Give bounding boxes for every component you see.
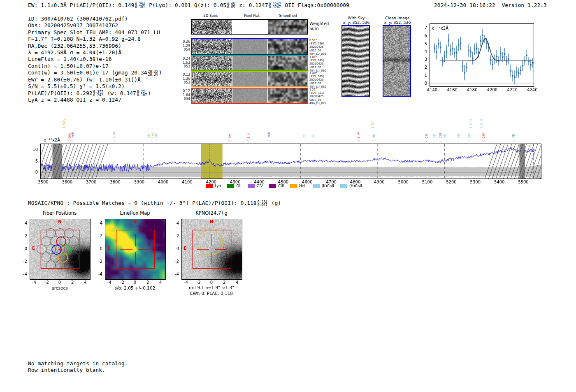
- fiber-positions-ytick-label: -4: [19, 272, 27, 276]
- spec2d-column-title: Smoothed: [272, 14, 304, 18]
- text-segment: Cont(w) = 3.50(±0.01)e-17 (gmag 20.34: [28, 70, 147, 76]
- lineflux-map-ytick-label: 2: [94, 234, 102, 238]
- info-line: ID: 3007410762 (3007410762.pdf): [28, 16, 162, 22]
- text-segment: LineFlux = 1.40(±0.38)e-16: [28, 56, 112, 62]
- spec2d-column-title: Pixel Flat: [235, 14, 268, 18]
- label-line: (353, 545): [309, 59, 326, 62]
- kpno-photometry-label: m:19.1 re:1.9" s:1.3": [181, 285, 242, 290]
- lower-bound: 0.101: [135, 6, 145, 9]
- text-segment: P(Lyα): 0.001 Q(z): 0.05: [146, 2, 226, 8]
- lineflux-map-north-label: N: [133, 220, 137, 224]
- linefit-ytick-label: 7: [420, 26, 427, 30]
- emission-line-label: { CIV: [482, 133, 485, 142]
- emission-line-label: { Hγ: [372, 134, 376, 142]
- lineflux-map-ytick-label: -2: [94, 259, 102, 264]
- text-segment: EWr = 2.80(±0.76) (w: 1.10(±0.31))Å: [28, 77, 141, 83]
- text-segment: LyA z = 2.4488 OII z = 0.1247: [28, 97, 121, 103]
- flux-units-label: x2Å: [52, 138, 60, 142]
- info-line: P(LAE)/P(OII): 0.2920.3770.242 (w: 0.147…: [28, 90, 162, 97]
- fiber-positions-xtick-label: 2: [67, 280, 77, 285]
- kpno-image-north-label: N: [210, 220, 213, 224]
- lineflux-map-canvas: [105, 219, 165, 279]
- fiber-positions-canvas: [30, 219, 90, 279]
- text-segment: EW: 1.1±0.3Å P(LAE)/P(OII): 0.149: [28, 2, 134, 8]
- flux-units-exponent: −17: [46, 137, 52, 141]
- emission-line-label: { Hβ: [512, 134, 515, 142]
- spectrum-xtick-label: 5400: [491, 180, 508, 184]
- label-line: 1.29: [175, 44, 190, 48]
- legend-item: CIII: [269, 184, 284, 188]
- text-segment: z: 0.1247: [236, 2, 268, 8]
- emission-line-label: { OIII: [469, 119, 472, 128]
- spec2d-smoothed-image: [268, 88, 307, 103]
- spec2d-fiber-weight-label: 0.241.63053: [175, 57, 190, 69]
- spec2d-fiber-id-label: WeightedSum: [309, 21, 329, 31]
- legend-swatch: [269, 184, 276, 188]
- spectrum-xtick-label: 3800: [107, 180, 123, 184]
- info-line: LineFlux = 1.40(±0.38)e-16: [28, 56, 162, 63]
- legend-item: OII: [227, 184, 241, 188]
- label-line: 034: [175, 97, 190, 101]
- spectrum-xtick-label: 3500: [35, 180, 51, 184]
- spectrum-line-legend: LyαOIICIVCIIIHeII(K)CaII(H)CaII: [206, 184, 362, 188]
- label-line: Weighted: [309, 21, 329, 26]
- label-line: 404_LU_059: [309, 52, 326, 56]
- emission-line-label: { HeII: [267, 132, 271, 142]
- fiber-positions-north-label: N: [58, 220, 61, 224]
- stacked-uncertainty: 20.3520.34: [148, 70, 158, 77]
- stacked-uncertainty: 0.220.107: [137, 90, 147, 97]
- text-segment: Obs: 20200425v017_3007410762: [28, 22, 118, 28]
- label-line: v017_03: [309, 82, 326, 85]
- label-line: 1.36: [175, 77, 190, 81]
- info-line: Primary Spec_Slot_IFU_AMP: 404_073_071_L…: [28, 29, 162, 36]
- info-line: λ = 4192.58Å σ = 4.04(±1.20)Å: [28, 49, 162, 56]
- info-line: RA,Dec (232.064255,53.736996): [28, 43, 162, 49]
- kpno-image-plot-area: [181, 219, 242, 280]
- label-line: 0.26: [175, 40, 190, 44]
- lineflux-map-xtick-label: -2: [117, 280, 127, 285]
- spec2d-column-title: 2D Spec: [194, 14, 227, 18]
- spectrum-xtick-label: 4000: [155, 180, 172, 184]
- spec2d-row: [191, 19, 308, 35]
- lineflux-map-ytick-label: 0: [94, 246, 102, 251]
- linefit-xtick-label: 4220: [505, 88, 520, 92]
- full-spectrum-canvas: [41, 144, 541, 179]
- label-line: 054: [175, 48, 190, 52]
- kpno-image-ytick-label: -2: [171, 259, 179, 264]
- emission-line-label: { SiII: [247, 133, 251, 142]
- kpno-image-xtick-label: -2: [194, 280, 204, 285]
- lineflux-map-ytick-label: -4: [94, 272, 102, 276]
- label-line: 0.24: [175, 57, 190, 61]
- lower-bound: 20.34: [148, 73, 158, 77]
- label-line: 20200425: [309, 45, 326, 49]
- lineflux-map-xtick-label: 2: [143, 280, 153, 285]
- lower-bound: 0.1247: [269, 6, 281, 9]
- text-segment: (w: 0.147: [104, 90, 136, 96]
- fiber-positions-east-label: E: [32, 246, 35, 251]
- clean-coords: x, y: 352, 536: [373, 20, 422, 25]
- spec2d-pixelflat-image: [232, 20, 267, 34]
- fiber-positions-title: Fiber Positions: [21, 210, 98, 216]
- emission-line-label: { OIII: [468, 132, 471, 142]
- spec2d-smoothed-image: [268, 56, 307, 70]
- emission-line-label: { OIII: [155, 132, 158, 142]
- spec2d-row: [191, 38, 308, 55]
- emission-line-label: { Hβ: [433, 134, 436, 142]
- emission-line-label: { OII: [147, 134, 151, 142]
- stacked-uncertainty: 0.050.05: [227, 3, 235, 9]
- fiber-positions-xlabel: arcsecs: [38, 285, 81, 290]
- spec2d-row: [191, 55, 308, 71]
- kpno-image-xtick-label: -4: [181, 280, 191, 285]
- linefit-xtick-label: 4140: [425, 88, 440, 92]
- linefit-xtick-label: 4180: [465, 88, 480, 92]
- fiber-positions-xtick-label: -4: [29, 280, 39, 285]
- footer-note: No matching targets in catalog.: [28, 360, 128, 367]
- text-segment: P(LAE)/P(OII): 0.292: [28, 90, 93, 96]
- text-segment: (g): [268, 200, 281, 206]
- legend-label: CIV: [257, 184, 263, 188]
- legend-swatch: [313, 184, 320, 188]
- emission-line-label: { SiIV: [113, 132, 116, 142]
- footer-notes: No matching targets in catalog. Row inte…: [28, 360, 128, 373]
- linefit-xtick-label: 4160: [445, 88, 460, 92]
- version-label: Version 1.22.3: [502, 2, 547, 8]
